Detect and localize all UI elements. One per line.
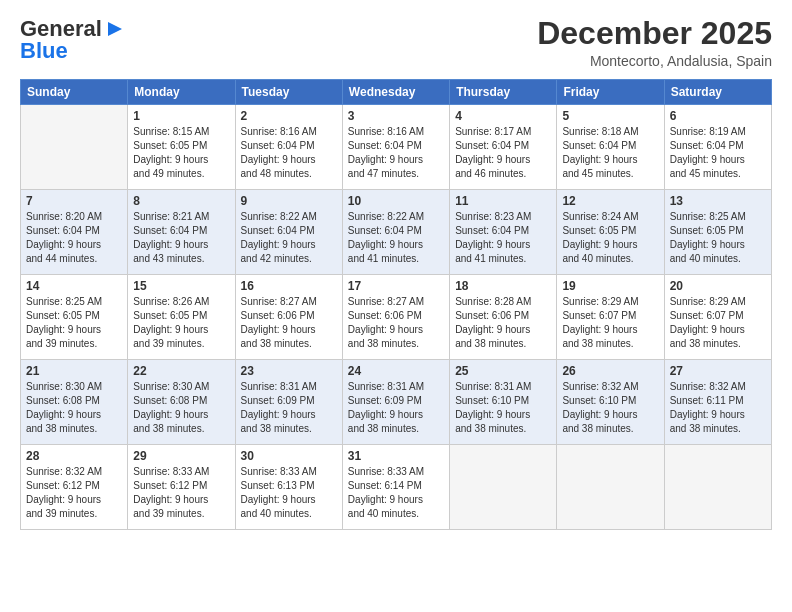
day-info: Sunrise: 8:27 AM Sunset: 6:06 PM Dayligh… <box>348 295 444 351</box>
col-friday: Friday <box>557 80 664 105</box>
day-info: Sunrise: 8:23 AM Sunset: 6:04 PM Dayligh… <box>455 210 551 266</box>
day-info: Sunrise: 8:31 AM Sunset: 6:10 PM Dayligh… <box>455 380 551 436</box>
col-thursday: Thursday <box>450 80 557 105</box>
day-number: 14 <box>26 279 122 293</box>
day-number: 10 <box>348 194 444 208</box>
day-number: 4 <box>455 109 551 123</box>
table-row: 6Sunrise: 8:19 AM Sunset: 6:04 PM Daylig… <box>664 105 771 190</box>
table-row: 13Sunrise: 8:25 AM Sunset: 6:05 PM Dayli… <box>664 190 771 275</box>
day-info: Sunrise: 8:30 AM Sunset: 6:08 PM Dayligh… <box>26 380 122 436</box>
table-row <box>21 105 128 190</box>
calendar-week-4: 21Sunrise: 8:30 AM Sunset: 6:08 PM Dayli… <box>21 360 772 445</box>
day-info: Sunrise: 8:29 AM Sunset: 6:07 PM Dayligh… <box>670 295 766 351</box>
day-info: Sunrise: 8:18 AM Sunset: 6:04 PM Dayligh… <box>562 125 658 181</box>
day-info: Sunrise: 8:28 AM Sunset: 6:06 PM Dayligh… <box>455 295 551 351</box>
day-number: 27 <box>670 364 766 378</box>
col-tuesday: Tuesday <box>235 80 342 105</box>
table-row: 30Sunrise: 8:33 AM Sunset: 6:13 PM Dayli… <box>235 445 342 530</box>
page: General Blue December 2025 Montecorto, A… <box>0 0 792 612</box>
logo-blue-text: Blue <box>20 38 68 64</box>
day-number: 5 <box>562 109 658 123</box>
day-number: 7 <box>26 194 122 208</box>
day-number: 19 <box>562 279 658 293</box>
day-number: 16 <box>241 279 337 293</box>
calendar-table: Sunday Monday Tuesday Wednesday Thursday… <box>20 79 772 530</box>
day-info: Sunrise: 8:22 AM Sunset: 6:04 PM Dayligh… <box>348 210 444 266</box>
table-row: 27Sunrise: 8:32 AM Sunset: 6:11 PM Dayli… <box>664 360 771 445</box>
day-number: 24 <box>348 364 444 378</box>
day-number: 22 <box>133 364 229 378</box>
day-info: Sunrise: 8:33 AM Sunset: 6:12 PM Dayligh… <box>133 465 229 521</box>
day-info: Sunrise: 8:22 AM Sunset: 6:04 PM Dayligh… <box>241 210 337 266</box>
day-number: 25 <box>455 364 551 378</box>
day-info: Sunrise: 8:17 AM Sunset: 6:04 PM Dayligh… <box>455 125 551 181</box>
col-monday: Monday <box>128 80 235 105</box>
day-info: Sunrise: 8:31 AM Sunset: 6:09 PM Dayligh… <box>348 380 444 436</box>
table-row: 17Sunrise: 8:27 AM Sunset: 6:06 PM Dayli… <box>342 275 449 360</box>
table-row: 15Sunrise: 8:26 AM Sunset: 6:05 PM Dayli… <box>128 275 235 360</box>
table-row <box>664 445 771 530</box>
day-number: 15 <box>133 279 229 293</box>
table-row: 2Sunrise: 8:16 AM Sunset: 6:04 PM Daylig… <box>235 105 342 190</box>
col-wednesday: Wednesday <box>342 80 449 105</box>
day-number: 3 <box>348 109 444 123</box>
title-block: December 2025 Montecorto, Andalusia, Spa… <box>537 16 772 69</box>
day-number: 26 <box>562 364 658 378</box>
logo: General Blue <box>20 16 124 64</box>
table-row: 31Sunrise: 8:33 AM Sunset: 6:14 PM Dayli… <box>342 445 449 530</box>
day-info: Sunrise: 8:25 AM Sunset: 6:05 PM Dayligh… <box>670 210 766 266</box>
table-row: 16Sunrise: 8:27 AM Sunset: 6:06 PM Dayli… <box>235 275 342 360</box>
day-info: Sunrise: 8:16 AM Sunset: 6:04 PM Dayligh… <box>348 125 444 181</box>
day-info: Sunrise: 8:20 AM Sunset: 6:04 PM Dayligh… <box>26 210 122 266</box>
day-number: 28 <box>26 449 122 463</box>
table-row: 14Sunrise: 8:25 AM Sunset: 6:05 PM Dayli… <box>21 275 128 360</box>
day-info: Sunrise: 8:30 AM Sunset: 6:08 PM Dayligh… <box>133 380 229 436</box>
day-info: Sunrise: 8:25 AM Sunset: 6:05 PM Dayligh… <box>26 295 122 351</box>
calendar-week-2: 7Sunrise: 8:20 AM Sunset: 6:04 PM Daylig… <box>21 190 772 275</box>
table-row: 12Sunrise: 8:24 AM Sunset: 6:05 PM Dayli… <box>557 190 664 275</box>
table-row: 21Sunrise: 8:30 AM Sunset: 6:08 PM Dayli… <box>21 360 128 445</box>
header: General Blue December 2025 Montecorto, A… <box>20 16 772 69</box>
day-info: Sunrise: 8:32 AM Sunset: 6:11 PM Dayligh… <box>670 380 766 436</box>
day-info: Sunrise: 8:24 AM Sunset: 6:05 PM Dayligh… <box>562 210 658 266</box>
day-number: 29 <box>133 449 229 463</box>
table-row: 7Sunrise: 8:20 AM Sunset: 6:04 PM Daylig… <box>21 190 128 275</box>
logo-flag-icon <box>106 20 124 38</box>
day-info: Sunrise: 8:32 AM Sunset: 6:12 PM Dayligh… <box>26 465 122 521</box>
table-row: 20Sunrise: 8:29 AM Sunset: 6:07 PM Dayli… <box>664 275 771 360</box>
day-number: 11 <box>455 194 551 208</box>
header-row: Sunday Monday Tuesday Wednesday Thursday… <box>21 80 772 105</box>
table-row: 3Sunrise: 8:16 AM Sunset: 6:04 PM Daylig… <box>342 105 449 190</box>
day-number: 21 <box>26 364 122 378</box>
table-row: 11Sunrise: 8:23 AM Sunset: 6:04 PM Dayli… <box>450 190 557 275</box>
table-row: 4Sunrise: 8:17 AM Sunset: 6:04 PM Daylig… <box>450 105 557 190</box>
day-number: 1 <box>133 109 229 123</box>
col-saturday: Saturday <box>664 80 771 105</box>
table-row <box>557 445 664 530</box>
table-row <box>450 445 557 530</box>
table-row: 23Sunrise: 8:31 AM Sunset: 6:09 PM Dayli… <box>235 360 342 445</box>
table-row: 29Sunrise: 8:33 AM Sunset: 6:12 PM Dayli… <box>128 445 235 530</box>
table-row: 19Sunrise: 8:29 AM Sunset: 6:07 PM Dayli… <box>557 275 664 360</box>
day-number: 18 <box>455 279 551 293</box>
table-row: 18Sunrise: 8:28 AM Sunset: 6:06 PM Dayli… <box>450 275 557 360</box>
day-number: 20 <box>670 279 766 293</box>
table-row: 25Sunrise: 8:31 AM Sunset: 6:10 PM Dayli… <box>450 360 557 445</box>
table-row: 10Sunrise: 8:22 AM Sunset: 6:04 PM Dayli… <box>342 190 449 275</box>
calendar-week-1: 1Sunrise: 8:15 AM Sunset: 6:05 PM Daylig… <box>21 105 772 190</box>
table-row: 22Sunrise: 8:30 AM Sunset: 6:08 PM Dayli… <box>128 360 235 445</box>
day-info: Sunrise: 8:33 AM Sunset: 6:13 PM Dayligh… <box>241 465 337 521</box>
day-number: 6 <box>670 109 766 123</box>
day-info: Sunrise: 8:26 AM Sunset: 6:05 PM Dayligh… <box>133 295 229 351</box>
day-info: Sunrise: 8:19 AM Sunset: 6:04 PM Dayligh… <box>670 125 766 181</box>
day-number: 9 <box>241 194 337 208</box>
table-row: 5Sunrise: 8:18 AM Sunset: 6:04 PM Daylig… <box>557 105 664 190</box>
day-number: 17 <box>348 279 444 293</box>
table-row: 1Sunrise: 8:15 AM Sunset: 6:05 PM Daylig… <box>128 105 235 190</box>
calendar-week-5: 28Sunrise: 8:32 AM Sunset: 6:12 PM Dayli… <box>21 445 772 530</box>
day-info: Sunrise: 8:27 AM Sunset: 6:06 PM Dayligh… <box>241 295 337 351</box>
table-row: 24Sunrise: 8:31 AM Sunset: 6:09 PM Dayli… <box>342 360 449 445</box>
day-info: Sunrise: 8:32 AM Sunset: 6:10 PM Dayligh… <box>562 380 658 436</box>
table-row: 9Sunrise: 8:22 AM Sunset: 6:04 PM Daylig… <box>235 190 342 275</box>
table-row: 26Sunrise: 8:32 AM Sunset: 6:10 PM Dayli… <box>557 360 664 445</box>
